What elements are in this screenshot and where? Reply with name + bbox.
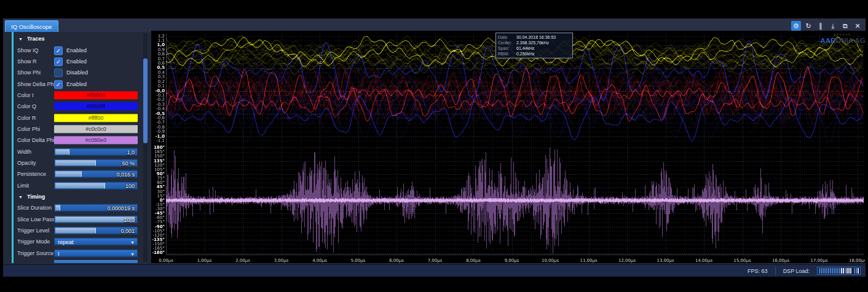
section-caret-icon: ▼ [18,37,23,41]
label-trigger-level: Trigger Level [17,227,49,234]
label-show-phi: Show Phi [17,69,41,76]
dsp-meter-bar [819,268,820,274]
control-limit: 100 [54,181,138,189]
label-show-iq: Show IQ [17,47,39,53]
control-show-phi: Disabled [54,69,138,77]
watermark-stars-icon: •••••• [819,33,866,37]
color-field-color-i[interactable]: #ff0000 [54,91,138,99]
row-color-i: Color I#ff0000 [5,90,151,101]
slider-limit[interactable]: 100 [54,181,138,189]
color-field-color-q[interactable]: #0000ff [54,103,138,111]
slider-fill-trigger-level [55,228,96,234]
tab-iq-oscilloscope[interactable]: IQ Oscilloscope [5,20,58,33]
scope-canvas[interactable] [152,31,865,263]
color-field-color-delta-phi[interactable]: #c080e0 [54,136,138,144]
control-slice-low-pass: 10,0 [54,215,138,223]
slider-value-persistence: 0,016 s [116,171,135,179]
status-bar: FPS: 63 DSP Load: [3,264,866,277]
dropdown-trigger-source[interactable]: I▼ [54,249,138,257]
save-download-icon[interactable]: ⤓ [828,21,838,31]
slider-fill-slice-duration [55,205,60,211]
slider-width[interactable]: 1,0 [54,148,138,156]
row-trigger-level: Trigger Level0,001 [5,225,151,236]
dsp-meter-bar [856,268,857,274]
tooltip-label: Span: [498,45,516,51]
control-show-r: ✓Enabled [54,57,138,65]
label-color-r: Color R [17,115,36,121]
partial-slider[interactable] [54,260,138,263]
tooltip-value: 0,250kHz [516,51,535,57]
dsp-load-label: DSP Load: [783,268,810,274]
layers-icon[interactable]: ⧉ [840,21,850,31]
control-show-delta-phi: ✓Enabled [54,80,138,88]
pause-icon[interactable]: ∥ [816,21,826,31]
checkbox-show-iq[interactable]: ✓ [54,46,63,55]
tooltip-label: RBW: [498,51,516,57]
sidebar-scrollbar-thumb[interactable] [143,58,148,143]
dropdown-trigger-mode[interactable]: repeat▼ [54,238,138,246]
label-trigger-source: Trigger Source [17,250,53,256]
checkbox-show-phi[interactable] [54,69,63,77]
scope-plot-area[interactable]: Date:30.04.2018 16:36:53Center:2.398.325… [151,31,866,263]
color-field-color-phi[interactable]: #c0c0c0 [54,125,138,133]
tooltip-value: 2.398.325,76kHz [516,40,549,45]
dsp-meter-bar [828,268,829,274]
slider-fill-persistence [55,172,82,177]
section-label: Timing [27,194,45,200]
watermark-text: AARONIA AG [819,37,866,44]
row-color-delta-phi: Color Delta Phi#c080e0 [5,135,151,146]
desktop: { "window": { "tab_title": "IQ Oscillosc… [0,0,868,292]
slider-slice-low-pass[interactable]: 10,0 [54,215,138,223]
slider-value-trigger-level: 0,001 [120,227,135,235]
checkbox-show-delta-phi[interactable]: ✓ [54,80,63,89]
checkbox-state-show-delta-phi: Enabled [66,80,87,88]
dsp-meter-bar [841,268,842,274]
section-caret-icon: ▼ [18,194,23,199]
slider-persistence[interactable]: 0,016 s [54,170,138,178]
row-color-phi: Color Phi#c0c0c0 [5,124,151,135]
watermark-text-bold: AAR [820,37,835,44]
label-slice-duration: Slice Duration [17,205,52,211]
label-show-delta-phi: Show Delta Phi [17,81,55,87]
watermark-text-rest: ONIA AG [835,37,865,44]
row-show-iq: Show IQ✓Enabled [5,44,151,55]
label-width: Width [17,149,31,155]
row-persistence: Persistence0,016 s [5,168,151,180]
statusbar-separator [775,267,776,275]
row-row [5,259,151,263]
row-slice-low-pass: Slice Low Pass10,0 [5,214,151,225]
slider-opacity[interactable]: 50 % [54,159,138,167]
color-field-color-r[interactable]: #ffff00 [54,114,138,122]
label-color-delta-phi: Color Delta Phi [17,137,55,143]
oscilloscope-window: IQ Oscilloscope ⚙↻∥⤓⧉✕ ▼TracesShow IQ✓En… [3,18,866,277]
slider-slice-duration[interactable]: 0.000019 s [54,204,138,212]
checkbox-show-r[interactable]: ✓ [54,57,63,66]
close-icon[interactable]: ✕ [853,21,862,31]
sidebar-scrollbar[interactable] [143,33,148,262]
row-show-r: Show R✓Enabled [5,56,151,67]
control-slice-duration: 0.000019 s [54,204,138,212]
row-width: Width1,0 [5,146,151,157]
control-trigger-source: I▼ [54,249,138,257]
dsp-meter-bar [832,268,833,274]
row-opacity: Opacity50 % [5,157,151,168]
slider-value-slice-duration: 0.000019 s [107,205,135,213]
section-header-timing[interactable]: ▼Timing [5,191,151,202]
tooltip-value: 61,44kHz [516,45,535,51]
section-header-traces[interactable]: ▼Traces [5,33,151,44]
tooltip-label: Center: [498,40,516,45]
slider-value-limit: 100 [125,182,135,190]
slider-trigger-level[interactable]: 0,001 [54,227,138,235]
dsp-meter-bar [830,268,831,274]
refresh-icon[interactable]: ↻ [803,21,813,31]
row-trigger-source: Trigger SourceI▼ [5,248,151,259]
tooltip-row: RBW:0,250kHz [498,51,570,57]
control-trigger-level: 0,001 [54,227,138,235]
dsp-meter-bar [821,268,822,274]
slider-value-opacity: 50 % [122,159,135,167]
row-trigger-mode: Trigger Moderepeat▼ [5,236,151,247]
label-slice-low-pass: Slice Low Pass [17,216,55,223]
settings-gear-icon[interactable]: ⚙ [791,21,801,31]
dsp-meter-bar [848,268,850,274]
control-color-delta-phi: #c080e0 [54,136,138,144]
